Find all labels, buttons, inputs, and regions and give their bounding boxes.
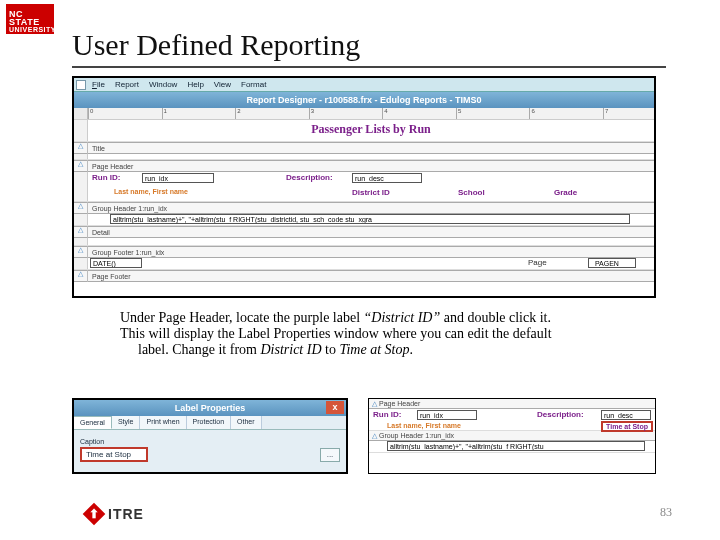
window-title: Report Designer - r100588.frx - Edulog R… — [74, 92, 654, 108]
label-run-id[interactable]: Run ID: — [92, 173, 120, 182]
result-label-lastfirst: Last name, First name — [387, 422, 461, 429]
instruction-text: Under Page Header, locate the purple lab… — [120, 310, 650, 358]
close-button[interactable]: x — [326, 401, 344, 414]
label-properties-dialog: Label Properties x General Style Print w… — [72, 398, 348, 474]
label-description[interactable]: Description: — [286, 173, 333, 182]
tab-protection[interactable]: Protection — [187, 416, 232, 429]
band-title[interactable]: △Title — [74, 142, 654, 154]
title-underline — [72, 66, 666, 68]
field-run-idx[interactable]: run_idx — [142, 173, 214, 183]
tab-style[interactable]: Style — [112, 416, 141, 429]
label-page[interactable]: Page — [528, 258, 547, 267]
menu-bar: File Report Window Help View Format — [74, 78, 654, 92]
menu-report[interactable]: Report — [115, 80, 139, 89]
ellipsis-button[interactable]: ... — [320, 448, 340, 462]
caption-input[interactable]: Time at Stop — [80, 447, 148, 462]
page-number: 83 — [660, 505, 672, 520]
logo-line1: NC STATE — [9, 10, 51, 26]
field-run-desc[interactable]: run_desc — [352, 173, 422, 183]
menu-window[interactable]: Window — [149, 80, 177, 89]
ncstate-logo: NC STATE UNIVERSITY — [6, 4, 54, 34]
menu-format[interactable]: Format — [241, 80, 266, 89]
caption-label: Caption — [80, 438, 340, 445]
result-snippet: △Page Header Run ID: run_idx Description… — [368, 398, 656, 474]
band-group-header[interactable]: △Group Header 1:run_idx — [74, 202, 654, 214]
field-pagen[interactable]: _PAGEN — [588, 258, 636, 268]
field-date[interactable]: DATE() — [90, 258, 142, 268]
band-page-footer[interactable]: △Page Footer — [74, 270, 654, 282]
dialog-title: Label Properties x — [74, 400, 346, 416]
report-designer-window: File Report Window Help View Format Repo… — [72, 76, 656, 298]
band-detail[interactable]: △Detail — [74, 226, 654, 238]
diamond-icon: ⬆ — [83, 503, 106, 526]
result-label-desc: Description: — [537, 410, 584, 419]
label-lastfirst[interactable]: Last name, First name — [114, 188, 188, 195]
band-group-footer[interactable]: △Group Footer 1:run_idx — [74, 246, 654, 258]
logo-line2: UNIVERSITY — [9, 26, 51, 34]
detail-expression[interactable]: alltrim(stu_lastname)+", "+alltrim(stu_f… — [110, 214, 630, 224]
result-detail-expr: alltrim(stu_lastname)+", "+alltrim(stu_f… — [387, 441, 645, 451]
result-field-runidx: run_idx — [417, 410, 477, 420]
page-title: User Defined Reporting — [72, 28, 360, 62]
result-band-gh: Group Header 1:run_idx — [379, 432, 454, 439]
dialog-tabs: General Style Print when Protection Othe… — [74, 416, 346, 430]
menu-help[interactable]: Help — [187, 80, 203, 89]
tab-printwhen[interactable]: Print when — [140, 416, 186, 429]
horizontal-ruler: 0 1 2 3 4 5 6 7 — [74, 108, 654, 120]
band-page-header[interactable]: △Page Header — [74, 160, 654, 172]
report-title-label[interactable]: Passenger Lists by Run — [88, 120, 654, 141]
result-band-ph: Page Header — [379, 400, 420, 407]
itre-text: ITRE — [108, 506, 144, 522]
label-grade[interactable]: Grade — [554, 188, 577, 197]
menu-file[interactable]: File — [92, 80, 105, 89]
label-school[interactable]: School — [458, 188, 485, 197]
tab-general[interactable]: General — [74, 416, 112, 429]
result-time-at-stop: Time at Stop — [601, 421, 653, 432]
system-menu-icon[interactable] — [76, 80, 86, 90]
menu-view[interactable]: View — [214, 80, 231, 89]
tab-other[interactable]: Other — [231, 416, 262, 429]
result-field-desc: run_desc — [601, 410, 651, 420]
label-district-id[interactable]: District ID — [352, 188, 390, 197]
itre-logo: ⬆ ITRE — [86, 506, 144, 522]
result-label-runid: Run ID: — [373, 410, 401, 419]
